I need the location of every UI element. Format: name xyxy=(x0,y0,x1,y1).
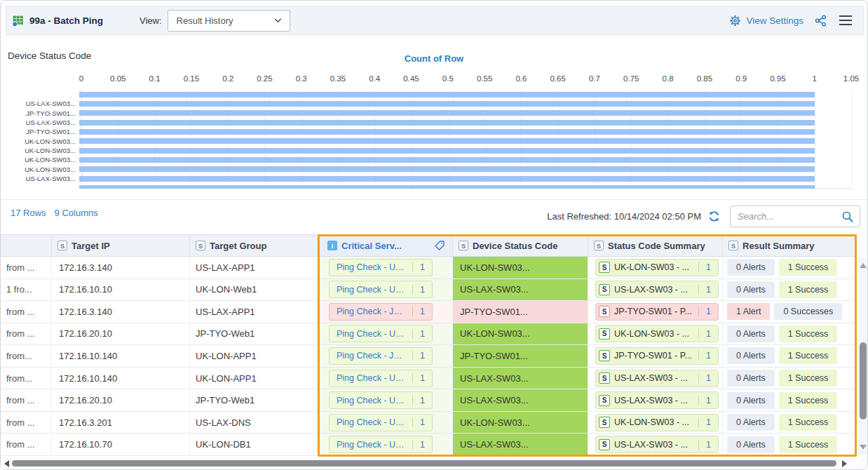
chart-series-label[interactable]: Count of Row xyxy=(1,53,867,64)
critical-service-cell: Ping Check - US-... 1 xyxy=(318,434,453,456)
view-settings-label: View Settings xyxy=(746,15,803,26)
table-row[interactable]: from ... 172.16.3.140 US-LAX-APP1 Ping C… xyxy=(1,257,857,279)
critical-service-count: 1 xyxy=(412,417,432,427)
critical-service-count: 1 xyxy=(412,373,432,383)
x-tick-label: 0.8 xyxy=(663,74,674,83)
chart-bar[interactable] xyxy=(79,148,815,154)
x-tick-label: 0.45 xyxy=(403,74,419,83)
alerts-badge: 0 Alerts xyxy=(727,347,775,364)
table-row[interactable]: from ... 172.16.20.10 JP-TYO-Web1 Ping C… xyxy=(1,389,857,412)
status-summary-cell: S JP-TYO-SW01 - P... 1 xyxy=(588,345,723,368)
string-type-icon: S xyxy=(57,241,67,250)
column-header-result-summary[interactable]: S Result Summary xyxy=(723,235,857,256)
chart-bar[interactable] xyxy=(79,92,815,98)
critical-service-badge: Ping Check - JP-... 1 xyxy=(329,303,433,321)
tag-icon[interactable] xyxy=(434,240,445,251)
chart-bar[interactable] xyxy=(79,157,815,163)
successes-badge: 1 Success xyxy=(779,259,838,276)
status-summary-cell: S UK-LON-SW03 - ... 1 xyxy=(588,323,723,346)
critical-service-label: Ping Check - JP-... xyxy=(330,307,412,316)
device-status-cell: UK-LON-SW03... xyxy=(453,323,588,346)
integer-type-icon: I xyxy=(327,241,337,250)
table-row[interactable]: from ... 172.16.20.10 JP-TYO-Web1 Ping C… xyxy=(1,323,857,346)
x-tick-label: 0.95 xyxy=(770,74,785,83)
column-header-status-code-summary[interactable]: S Status Code Summary xyxy=(588,235,723,256)
target-group-value: US-LAX-APP1 xyxy=(196,307,255,317)
critical-service-cell: Ping Check - JP-... 1 xyxy=(318,301,453,323)
x-tick-label: 0.7 xyxy=(589,74,600,83)
status-summary-count: 1 xyxy=(698,373,718,383)
alerts-badge: 0 Alerts xyxy=(727,281,775,298)
table-row[interactable]: from ... 172.16.3.140 US-LAX-APP1 Ping C… xyxy=(1,301,857,323)
share-icon[interactable] xyxy=(815,15,827,27)
table-row[interactable]: from ... 172.16.10.70 UK-LON-DB1 Ping Ch… xyxy=(1,434,857,456)
x-tick-label: 0.6 xyxy=(515,74,527,83)
scroll-left-arrow[interactable] xyxy=(4,460,9,467)
table-row[interactable]: from... 172.16.10.140 UK-LON-APP1 Ping C… xyxy=(1,368,857,390)
horizontal-scrollbar[interactable] xyxy=(1,457,868,469)
device-status-cell: US-LAX-SW03... xyxy=(453,434,588,456)
table-row[interactable]: from ... 172.16.3.201 US-LAX-DNS Ping Ch… xyxy=(1,412,857,434)
chart-bar[interactable] xyxy=(79,166,815,172)
column-header-blank[interactable] xyxy=(1,235,52,256)
critical-service-cell: Ping Check - US-... 1 xyxy=(318,389,453,412)
search-icon[interactable] xyxy=(841,210,854,223)
scroll-down-arrow[interactable] xyxy=(860,445,867,450)
status-type-icon: S xyxy=(599,417,610,428)
successes-badge: 1 Success xyxy=(779,281,838,298)
hamburger-menu-icon[interactable] xyxy=(838,14,853,27)
status-summary-badge: S UK-LON-SW03 - ... 1 xyxy=(595,259,719,276)
column-header-target-group[interactable]: S Target Group xyxy=(190,235,318,256)
scroll-right-arrow[interactable] xyxy=(842,460,847,467)
column-header-critical-service[interactable]: I Critical Serv... xyxy=(318,235,453,256)
critical-service-cell: Ping Check - UK-... 1 xyxy=(318,412,453,434)
critical-service-label: Ping Check - US-... xyxy=(330,285,412,295)
refresh-icon[interactable] xyxy=(708,210,720,222)
device-status-cell: US-LAX-SW03... xyxy=(453,368,588,390)
table-row[interactable]: from... 172.16.10.140 UK-LON-APP1 Ping C… xyxy=(1,345,857,368)
column-header-device-status-code[interactable]: S Device Status Code xyxy=(453,235,588,256)
view-select[interactable]: Result History xyxy=(168,10,290,32)
status-summary-count: 1 xyxy=(698,417,718,427)
vertical-scrollbar-thumb[interactable] xyxy=(860,342,867,419)
x-tick-label: 0.35 xyxy=(330,74,346,83)
status-type-icon: S xyxy=(599,262,610,273)
y-axis-label: UK-LON-SW03... xyxy=(1,146,79,155)
chart-bar[interactable] xyxy=(79,120,815,126)
critical-service-cell: Ping Check - US-... 1 xyxy=(318,279,453,302)
chart-bar[interactable] xyxy=(79,176,815,182)
y-axis-label: UK-LON-SW03... xyxy=(1,155,79,164)
target-ip-value: 172.16.10.140 xyxy=(59,351,117,361)
target-group-value: UK-LON-APP1 xyxy=(196,351,257,361)
scroll-up-arrow[interactable] xyxy=(860,263,867,268)
column-header-target-ip[interactable]: S Target IP xyxy=(52,235,190,256)
critical-service-badge: Ping Check - UK-... 1 xyxy=(329,259,433,276)
device-status-cell: UK-LON-SW03... xyxy=(453,412,588,434)
status-summary-label: JP-TYO-SW01 - P... xyxy=(610,351,698,361)
device-status-value: JP-TYO-SW01... xyxy=(460,307,528,317)
status-summary-cell: S JP-TYO-SW01 - P... 1 xyxy=(588,301,723,323)
table-row[interactable]: 1 fro... 172.16.10.10 UK-LON-Web1 Ping C… xyxy=(1,279,857,302)
horizontal-scrollbar-thumb[interactable] xyxy=(12,460,836,466)
view-select-value: Result History xyxy=(177,15,273,26)
chart-bar[interactable] xyxy=(79,138,815,144)
search-input[interactable] xyxy=(738,211,841,222)
chart-bar[interactable] xyxy=(79,101,815,107)
device-status-value: US-LAX-SW03... xyxy=(460,373,529,384)
critical-service-count: 1 xyxy=(412,440,432,450)
vertical-scrollbar[interactable] xyxy=(857,257,868,455)
status-type-icon: S xyxy=(599,350,610,361)
x-tick-label: 0.3 xyxy=(296,74,307,83)
status-summary-count: 1 xyxy=(698,307,718,316)
view-settings-button[interactable]: View Settings xyxy=(729,15,803,27)
x-tick-label: 0.55 xyxy=(477,74,492,83)
x-tick-label: 0.15 xyxy=(184,74,199,83)
chart-bar[interactable] xyxy=(79,129,815,135)
string-type-icon: S xyxy=(196,241,205,250)
status-summary-count: 1 xyxy=(698,262,718,272)
chart-bar[interactable] xyxy=(79,110,815,116)
device-status-cell: JP-TYO-SW01... xyxy=(453,301,588,323)
chart-bar[interactable] xyxy=(79,185,815,189)
row-prefix: from... xyxy=(6,373,32,384)
topbar-actions: View Settings xyxy=(729,14,853,27)
